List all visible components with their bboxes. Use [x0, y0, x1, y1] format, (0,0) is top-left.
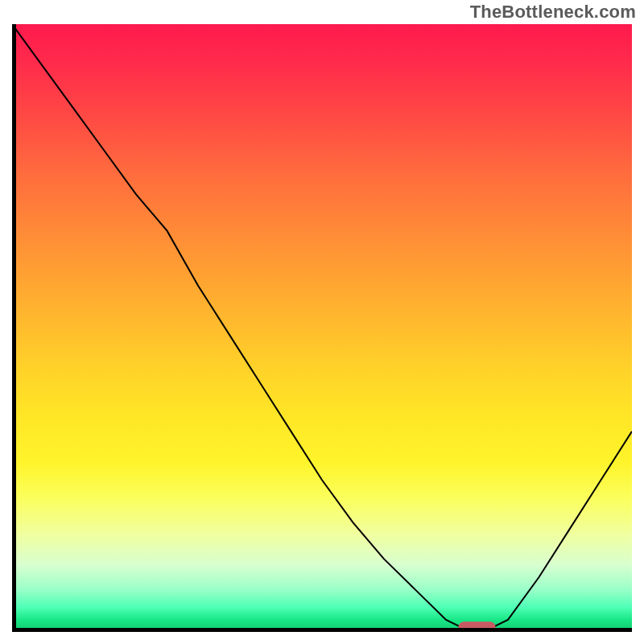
chart-svg-overlay: [12, 24, 632, 632]
x-axis-line: [12, 628, 632, 632]
watermark-text: TheBottleneck.com: [470, 2, 636, 23]
bottleneck-curve: [12, 24, 632, 629]
y-axis-line: [12, 24, 16, 632]
plot-area: [12, 24, 632, 632]
chart-container: TheBottleneck.com: [0, 0, 644, 644]
